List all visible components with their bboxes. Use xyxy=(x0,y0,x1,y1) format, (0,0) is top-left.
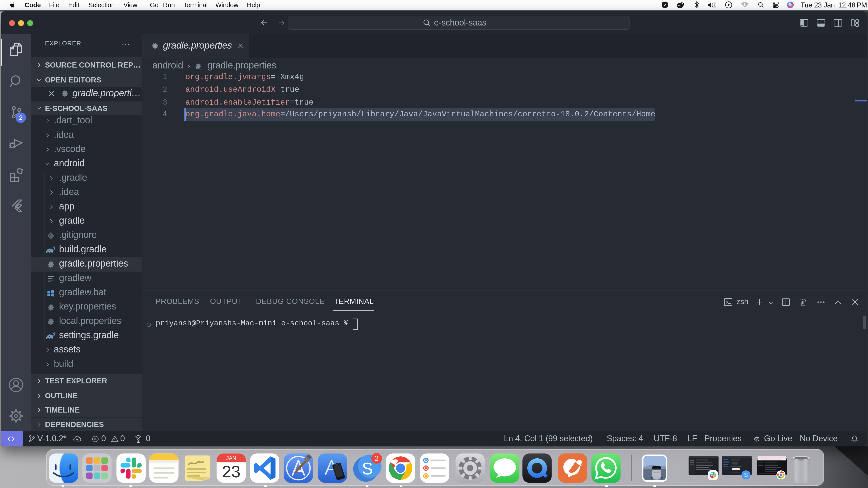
svg-text:23: 23 xyxy=(222,462,241,481)
svg-text:JAN: JAN xyxy=(226,455,237,461)
svg-text:2: 2 xyxy=(375,454,379,462)
svg-text:S: S xyxy=(744,471,748,478)
svg-text:S: S xyxy=(362,459,373,478)
